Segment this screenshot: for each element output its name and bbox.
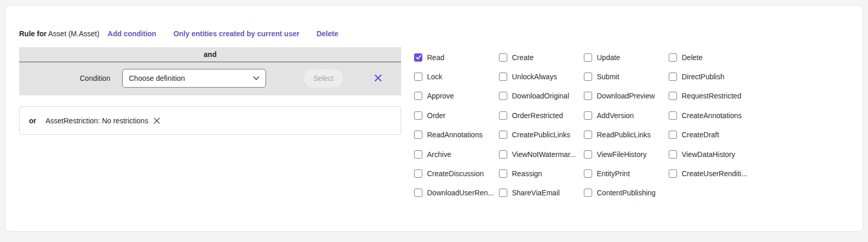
delete-rule-link[interactable]: Delete — [316, 30, 338, 38]
close-condition-icon[interactable] — [369, 68, 387, 87]
permission-label: Delete — [682, 53, 702, 62]
condition-label: Condition — [80, 74, 110, 82]
checkbox-unchecked-icon[interactable] — [669, 150, 677, 159]
permission-archive[interactable]: Archive — [414, 145, 499, 164]
permission-creatediscussion[interactable]: CreateDiscussion — [414, 164, 499, 183]
permission-label: ShareViaEmail — [512, 189, 560, 197]
checkbox-unchecked-icon[interactable] — [499, 150, 507, 159]
checkbox-unchecked-icon[interactable] — [584, 53, 592, 62]
checkbox-unchecked-icon[interactable] — [414, 150, 422, 159]
permission-label: ContentPublishing — [597, 189, 656, 197]
group-operator-and: and — [19, 47, 401, 62]
permission-downloadpreview[interactable]: DownloadPreview — [584, 87, 669, 106]
permission-label: Submit — [597, 73, 620, 81]
checkbox-unchecked-icon[interactable] — [584, 131, 592, 139]
permission-lock[interactable]: Lock — [414, 67, 499, 86]
permission-label: Read — [427, 53, 444, 62]
permission-readannotations[interactable]: ReadAnnotations — [414, 125, 499, 145]
permission-addversion[interactable]: AddVersion — [584, 106, 669, 125]
checkbox-unchecked-icon[interactable] — [669, 169, 677, 178]
permission-viewnotwatermar[interactable]: ViewNotWatermar... — [499, 145, 584, 164]
permission-orderrestricted[interactable]: OrderRestricted — [499, 106, 584, 125]
checkbox-unchecked-icon[interactable] — [669, 111, 677, 120]
permission-viewdatahistory[interactable]: ViewDataHistory — [669, 145, 754, 164]
checkbox-unchecked-icon[interactable] — [414, 189, 422, 197]
checkbox-unchecked-icon[interactable] — [669, 131, 677, 139]
checkbox-unchecked-icon[interactable] — [499, 53, 507, 62]
permission-order[interactable]: Order — [414, 106, 499, 125]
checkbox-unchecked-icon[interactable] — [584, 92, 592, 100]
permission-unlockalways[interactable]: UnlockAlways — [499, 67, 584, 86]
permission-viewfilehistory[interactable]: ViewFileHistory — [584, 145, 669, 164]
checkbox-unchecked-icon[interactable] — [499, 111, 507, 120]
restriction-text: AssetRestriction: No restrictions — [46, 117, 148, 125]
rule-title: Rule for Asset (M.Asset) — [19, 30, 99, 38]
condition-group-panel: and Condition Choose definition Select — [19, 47, 401, 95]
checkbox-unchecked-icon[interactable] — [584, 73, 592, 81]
permission-delete[interactable]: Delete — [669, 48, 754, 67]
add-condition-link[interactable]: Add condition — [108, 30, 156, 38]
checkbox-unchecked-icon[interactable] — [669, 92, 677, 100]
remove-restriction-icon[interactable] — [153, 117, 160, 124]
checkbox-unchecked-icon[interactable] — [414, 131, 422, 139]
permission-label: DirectPublish — [682, 73, 724, 81]
permission-label: ReadAnnotations — [427, 131, 482, 139]
permission-update[interactable]: Update — [584, 48, 669, 67]
condition-row: Condition Choose definition Select — [19, 62, 401, 95]
checkbox-unchecked-icon[interactable] — [499, 189, 507, 197]
permission-createannotations[interactable]: CreateAnnotations — [669, 106, 754, 125]
permission-reassign[interactable]: Reassign — [499, 164, 584, 183]
permission-label: Approve — [427, 92, 454, 100]
permission-entityprint[interactable]: EntityPrint — [584, 164, 669, 183]
permission-contentpublishing[interactable]: ContentPublishing — [584, 183, 669, 203]
checkbox-unchecked-icon[interactable] — [669, 53, 677, 62]
checkbox-unchecked-icon[interactable] — [414, 73, 422, 81]
checkbox-unchecked-icon[interactable] — [499, 131, 507, 139]
definition-dropdown[interactable]: Choose definition — [122, 69, 266, 88]
permission-label: Archive — [427, 150, 451, 159]
select-button[interactable]: Select — [304, 69, 343, 88]
rule-target: Asset (M.Asset) — [48, 30, 99, 38]
restriction-group-panel: or AssetRestriction: No restrictions — [19, 106, 401, 135]
permission-submit[interactable]: Submit — [584, 67, 669, 86]
checkbox-unchecked-icon[interactable] — [414, 169, 422, 178]
rule-card: Rule for Asset (M.Asset) Add condition O… — [5, 5, 863, 232]
permission-label: CreateAnnotations — [682, 111, 742, 120]
checkbox-unchecked-icon[interactable] — [499, 92, 507, 100]
checkbox-unchecked-icon[interactable] — [499, 169, 507, 178]
permission-readpubliclinks[interactable]: ReadPublicLinks — [584, 125, 669, 145]
permission-label: CreatePublicLinks — [512, 131, 570, 139]
checkbox-unchecked-icon[interactable] — [584, 169, 592, 178]
permission-label: ViewFileHistory — [597, 150, 646, 159]
chevron-down-icon — [253, 76, 259, 80]
permission-directpublish[interactable]: DirectPublish — [669, 67, 754, 86]
checkbox-unchecked-icon[interactable] — [584, 150, 592, 159]
permission-downloaduserren[interactable]: DownloadUserRen... — [414, 183, 499, 203]
checkbox-unchecked-icon[interactable] — [414, 92, 422, 100]
permissions-grid: ReadCreateUpdateDeleteLockUnlockAlwaysSu… — [414, 48, 754, 203]
permission-label: RequestRestricted — [682, 92, 741, 100]
permission-requestrestricted[interactable]: RequestRestricted — [669, 87, 754, 106]
permission-label: DownloadUserRen... — [427, 189, 494, 197]
permission-label: EntityPrint — [597, 169, 630, 178]
permission-createdraft[interactable]: CreateDraft — [669, 125, 754, 145]
permission-read[interactable]: Read — [414, 48, 499, 67]
checkbox-checked-icon[interactable] — [414, 53, 422, 62]
checkbox-unchecked-icon[interactable] — [584, 111, 592, 120]
checkbox-unchecked-icon[interactable] — [499, 73, 507, 81]
permission-createpubliclinks[interactable]: CreatePublicLinks — [499, 125, 584, 145]
permission-label: Order — [427, 111, 446, 120]
permission-createuserrenditi[interactable]: CreateUserRenditi... — [669, 164, 754, 183]
permission-label: Lock — [427, 73, 443, 81]
permission-downloadoriginal[interactable]: DownloadOriginal — [499, 87, 584, 106]
group-operator-or: or — [29, 117, 36, 125]
permission-approve[interactable]: Approve — [414, 87, 499, 106]
permission-create[interactable]: Create — [499, 48, 584, 67]
rule-for-label: Rule for — [19, 30, 47, 38]
only-entities-created-by-current-user-link[interactable]: Only entities created by current user — [173, 30, 300, 38]
checkbox-unchecked-icon[interactable] — [584, 189, 592, 197]
checkbox-unchecked-icon[interactable] — [414, 111, 422, 120]
permission-shareviaemail[interactable]: ShareViaEmail — [499, 183, 584, 203]
checkbox-unchecked-icon[interactable] — [669, 73, 677, 81]
permission-label: ViewDataHistory — [682, 150, 735, 159]
